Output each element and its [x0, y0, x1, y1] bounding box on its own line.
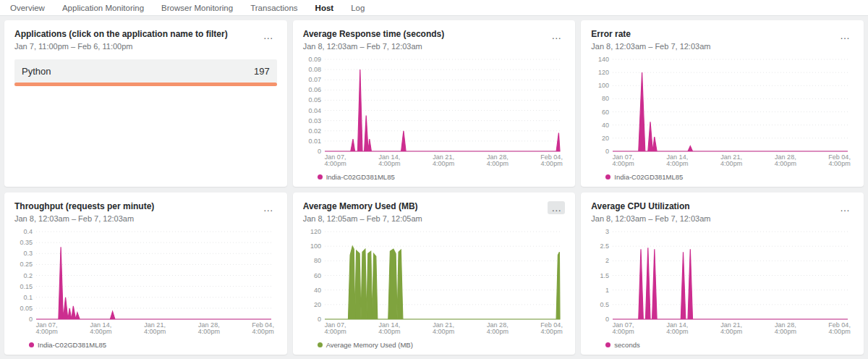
svg-text:40: 40	[602, 122, 609, 129]
panel-title: Average Response time (seconds)	[303, 29, 445, 40]
panel-applications: Applications (click on the application n…	[4, 20, 287, 187]
legend-dot	[605, 174, 610, 180]
svg-text:4:00pm: 4:00pm	[829, 328, 851, 335]
svg-text:4:00pm: 4:00pm	[324, 160, 346, 167]
panel-menu-button[interactable]: …	[260, 201, 277, 214]
svg-text:0.09: 0.09	[308, 56, 321, 63]
svg-text:4:00pm: 4:00pm	[144, 328, 166, 335]
svg-text:4:00pm: 4:00pm	[378, 160, 400, 167]
top-nav: Overview Application Monitoring Browser …	[0, 0, 868, 16]
legend-label: India-C02GD381ML85	[326, 173, 395, 181]
svg-text:0.15: 0.15	[20, 283, 33, 290]
svg-text:0.08: 0.08	[308, 66, 321, 73]
svg-text:4:00pm: 4:00pm	[36, 328, 58, 335]
svg-text:2.5: 2.5	[600, 242, 610, 250]
svg-text:4:00pm: 4:00pm	[775, 160, 796, 167]
tab-application-monitoring[interactable]: Application Monitoring	[62, 4, 144, 12]
svg-text:4:00pm: 4:00pm	[487, 160, 509, 167]
svg-text:1: 1	[605, 287, 609, 294]
svg-text:0.04: 0.04	[308, 107, 321, 114]
chart-legend: India-C02GD381ML85	[591, 173, 854, 181]
svg-text:0.05: 0.05	[20, 305, 33, 312]
svg-text:80: 80	[314, 257, 321, 264]
panel-menu-button[interactable]: …	[548, 201, 565, 214]
tab-log[interactable]: Log	[351, 4, 365, 12]
legend-dot	[318, 174, 323, 180]
svg-text:4:00pm: 4:00pm	[433, 160, 454, 167]
tab-overview[interactable]: Overview	[10, 4, 45, 12]
svg-text:4:00pm: 4:00pm	[667, 328, 689, 335]
panel-average-response-time: Average Response time (seconds) Jan 8, 1…	[293, 20, 576, 187]
application-row-python[interactable]: Python 197	[14, 59, 277, 86]
application-name[interactable]: Python	[22, 66, 51, 77]
chart-legend: Average Memory Used (MB)	[303, 341, 566, 349]
svg-text:4:00pm: 4:00pm	[252, 328, 274, 335]
svg-text:20: 20	[314, 301, 321, 308]
error-rate-chart: 020406080100120140Jan 07,4:00pmJan 14,4:…	[591, 55, 854, 172]
svg-text:4:00pm: 4:00pm	[90, 328, 111, 335]
panel-menu-button[interactable]: …	[836, 29, 854, 42]
memory-used-chart: 020406080100120Jan 07,4:00pmJan 14,4:00p…	[303, 227, 566, 339]
panel-menu-button[interactable]: …	[548, 29, 565, 42]
chart-legend: India-C02GD381ML85	[303, 173, 566, 181]
svg-text:100: 100	[598, 82, 609, 89]
svg-text:0.25: 0.25	[20, 261, 33, 268]
svg-text:0: 0	[605, 148, 609, 155]
svg-text:2: 2	[605, 257, 609, 264]
svg-text:0.5: 0.5	[600, 301, 610, 308]
svg-text:20: 20	[602, 135, 609, 142]
svg-text:0.35: 0.35	[20, 239, 33, 246]
svg-text:0.3: 0.3	[23, 250, 33, 257]
legend-label: Average Memory Used (MB)	[326, 341, 413, 349]
applications-list: Python 197	[14, 59, 277, 86]
chart-legend: India-C02GD381ML85	[14, 341, 277, 349]
svg-text:0.07: 0.07	[308, 76, 321, 83]
svg-text:0: 0	[318, 148, 321, 155]
legend-dot	[605, 342, 610, 347]
cpu-utilization-chart: 00.511.522.53Jan 07,4:00pmJan 14,4:00pmJ…	[591, 227, 854, 339]
legend-dot	[29, 342, 34, 347]
panel-title: Average Memory Used (MB)	[303, 201, 422, 212]
svg-text:0.05: 0.05	[308, 96, 321, 104]
panel-title: Error rate	[591, 29, 710, 40]
panel-menu-button[interactable]: …	[836, 201, 854, 214]
tab-transactions[interactable]: Transactions	[250, 4, 297, 12]
svg-text:4:00pm: 4:00pm	[540, 328, 562, 335]
legend-label: India-C02GD381ML85	[38, 341, 106, 349]
svg-text:120: 120	[310, 228, 321, 235]
chart-legend: seconds	[591, 341, 854, 349]
svg-text:4:00pm: 4:00pm	[829, 160, 851, 167]
svg-text:0.4: 0.4	[23, 228, 33, 235]
panel-throughput: Throughput (requests per minute) Jan 8, …	[4, 193, 287, 355]
svg-text:4:00pm: 4:00pm	[720, 160, 742, 167]
svg-text:60: 60	[314, 272, 321, 279]
tab-host[interactable]: Host	[315, 4, 334, 12]
panel-average-cpu-utilization: Average CPU Utilization Jan 8, 12:03am –…	[581, 193, 864, 355]
panel-time-range: Jan 8, 12:03am – Feb 7, 12:03am	[303, 42, 445, 51]
response-time-chart: 00.010.020.030.040.050.060.070.080.09Jan…	[303, 55, 566, 172]
svg-text:1.5: 1.5	[600, 272, 610, 279]
app-usage-bar	[14, 83, 277, 86]
svg-text:0.1: 0.1	[23, 294, 33, 301]
svg-text:0.03: 0.03	[308, 117, 321, 124]
svg-text:60: 60	[602, 109, 609, 116]
panel-time-range: Jan 7, 11:00pm – Feb 6, 11:00pm	[14, 42, 228, 51]
throughput-chart: 00.050.10.150.20.250.30.350.4Jan 07,4:00…	[14, 227, 277, 339]
legend-label: seconds	[614, 341, 639, 349]
svg-text:4:00pm: 4:00pm	[540, 160, 562, 167]
panel-title: Throughput (requests per minute)	[14, 201, 154, 212]
svg-text:4:00pm: 4:00pm	[487, 328, 509, 335]
svg-text:0.01: 0.01	[308, 138, 321, 145]
svg-text:4:00pm: 4:00pm	[324, 328, 346, 335]
panel-time-range: Jan 8, 12:03am – Feb 7, 12:03am	[591, 214, 710, 223]
svg-text:4:00pm: 4:00pm	[667, 160, 689, 167]
panel-menu-button[interactable]: …	[260, 29, 277, 42]
tab-browser-monitoring[interactable]: Browser Monitoring	[161, 4, 233, 12]
svg-text:80: 80	[602, 95, 609, 102]
svg-text:0: 0	[605, 316, 609, 323]
svg-text:40: 40	[314, 287, 321, 294]
application-count: 197	[254, 66, 270, 77]
legend-dot	[318, 342, 323, 347]
svg-text:4:00pm: 4:00pm	[433, 328, 454, 335]
svg-text:4:00pm: 4:00pm	[720, 328, 742, 335]
